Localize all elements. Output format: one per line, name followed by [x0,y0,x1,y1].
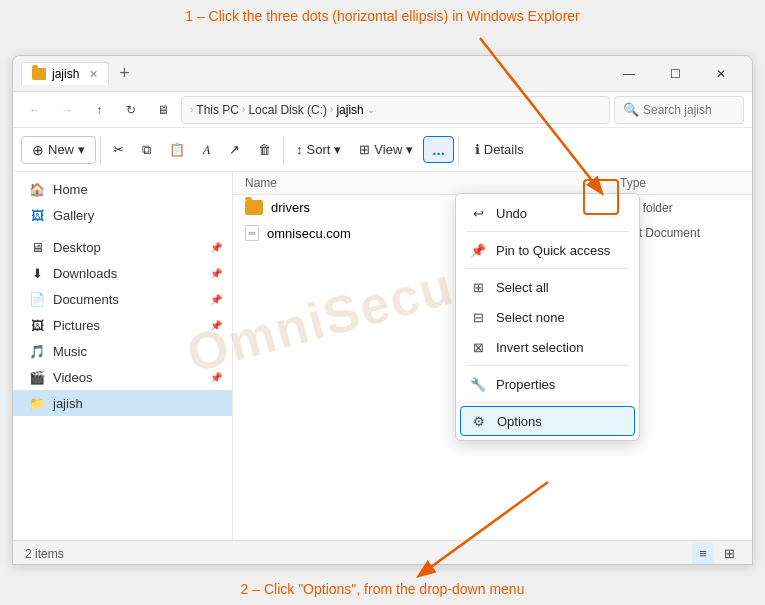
music-icon: 🎵 [29,343,45,359]
rename-button[interactable]: 𝐴 [195,137,219,163]
annotation-bottom: 2 – Click "Options", from the drop-down … [0,581,765,597]
folder-icon [245,200,263,215]
menu-sep-2 [466,268,629,269]
tab-close-button[interactable]: ✕ [89,68,98,81]
sidebar-item-pictures[interactable]: 🖼 Pictures 📌 [13,312,232,338]
tab-jajish[interactable]: jajish ✕ [21,62,109,85]
desktop-icon: 🖥 [29,239,45,255]
minimize-button[interactable]: — [606,58,652,90]
search-input[interactable] [643,103,735,117]
up-button[interactable]: ↑ [85,96,113,124]
menu-item-select-none[interactable]: ⊟ Select none [456,302,639,332]
search-box[interactable]: 🔍 [614,96,744,124]
videos-icon: 🎬 [29,369,45,385]
addressbar: ← → ↑ ↻ 🖥 › This PC › Local Disk (C:) › … [13,92,752,128]
view-icon: ⊞ [359,142,370,157]
view-label: View [374,142,402,157]
sort-button[interactable]: ↕ Sort ▾ [288,137,349,162]
close-button[interactable]: ✕ [698,58,744,90]
breadcrumb-bar[interactable]: › This PC › Local Disk (C:) › jajish ⌄ [181,96,610,124]
bc-sep-2: › [330,104,333,115]
sidebar-videos-label: Videos [53,370,93,385]
documents-icon: 📄 [29,291,45,307]
file-explorer-window: jajish ✕ + — ☐ ✕ ← → ↑ ↻ 🖥 › This PC › L… [12,55,753,565]
new-tab-button[interactable]: + [113,63,136,84]
pin-icon: 📌 [470,242,486,258]
select-none-icon: ⊟ [470,309,486,325]
select-all-icon: ⊞ [470,279,486,295]
grid-view-button[interactable]: ⊞ [718,543,740,565]
sidebar-item-downloads[interactable]: ⬇ Downloads 📌 [13,260,232,286]
invert-label: Invert selection [496,340,583,355]
sidebar-item-documents[interactable]: 📄 Documents 📌 [13,286,232,312]
details-button[interactable]: ℹ Details [467,137,532,162]
delete-button[interactable]: 🗑 [250,137,279,162]
pictures-icon: 🖼 [29,317,45,333]
sidebar-music-label: Music [53,344,87,359]
file-header: Name Type [233,172,752,195]
videos-pin-icon: 📌 [210,372,222,383]
desktop-pin-icon: 📌 [210,242,222,253]
new-dropdown-icon: ▾ [78,142,85,157]
bc-local-disk[interactable]: Local Disk (C:) [248,103,327,117]
jajish-folder-icon: 📁 [29,395,45,411]
sidebar-gallery-label: Gallery [53,208,94,223]
titlebar: jajish ✕ + — ☐ ✕ [13,56,752,92]
share-button[interactable]: ↗ [221,137,248,162]
annotation-top: 1 – Click the three dots (horizontal ell… [0,8,765,24]
view-toggle: ≡ ⊞ [692,543,740,565]
bc-jajish[interactable]: jajish [336,103,363,117]
menu-sep-3 [466,365,629,366]
dropdown-menu: ↩ Undo 📌 Pin to Quick access ⊞ Select al… [455,193,640,441]
sidebar-home-label: Home [53,182,88,197]
col-type: Type [620,176,740,190]
gallery-icon: 🖼 [29,207,45,223]
bc-chevron: › [190,104,193,115]
select-none-label: Select none [496,310,565,325]
cut-button[interactable]: ✂ [105,137,132,162]
documents-pin-icon: 📌 [210,294,222,305]
menu-item-options[interactable]: ⚙ Options [460,406,635,436]
ellipsis-button[interactable]: ... [423,136,454,163]
refresh-button[interactable]: ↻ [117,96,145,124]
menu-item-select-all[interactable]: ⊞ Select all [456,272,639,302]
sidebar-item-music[interactable]: 🎵 Music [13,338,232,364]
cut-icon: ✂ [113,142,124,157]
sidebar-desktop-label: Desktop [53,240,101,255]
delete-icon: 🗑 [258,142,271,157]
sidebar-item-desktop[interactable]: 🖥 Desktop 📌 [13,234,232,260]
tab-folder-icon [32,68,46,80]
toolbar-sep-2 [283,136,284,164]
sidebar-item-home[interactable]: 🏠 Home [13,176,232,202]
sidebar-jajish-label: jajish [53,396,83,411]
view-dropdown-icon: ▾ [406,142,413,157]
sidebar-item-jajish[interactable]: 📁 jajish [13,390,232,416]
forward-button[interactable]: → [53,96,81,124]
txt-icon: txt [245,225,259,241]
toolbar: ⊕ New ▾ ✂ ⧉ 📋 𝐴 ↗ 🗑 ↕ Sort ▾ ⊞ [13,128,752,172]
menu-sep-1 [466,231,629,232]
menu-item-invert[interactable]: ⊠ Invert selection [456,332,639,362]
menu-item-properties[interactable]: 🔧 Properties [456,369,639,399]
list-view-button[interactable]: ≡ [692,543,714,565]
undo-label: Undo [496,206,527,221]
properties-icon: 🔧 [470,376,486,392]
menu-item-pin[interactable]: 📌 Pin to Quick access [456,235,639,265]
options-label: Options [497,414,542,429]
menu-sep-4 [466,402,629,403]
copy-button[interactable]: ⧉ [134,137,159,163]
computer-icon-button[interactable]: 🖥 [149,96,177,124]
view-button[interactable]: ⊞ View ▾ [351,137,421,162]
sidebar-item-gallery[interactable]: 🖼 Gallery [13,202,232,228]
new-button[interactable]: ⊕ New ▾ [21,136,96,164]
sidebar-downloads-label: Downloads [53,266,117,281]
pictures-pin-icon: 📌 [210,320,222,331]
menu-item-undo[interactable]: ↩ Undo [456,198,639,228]
options-icon: ⚙ [471,413,487,429]
sidebar-item-videos[interactable]: 🎬 Videos 📌 [13,364,232,390]
maximize-button[interactable]: ☐ [652,58,698,90]
sidebar-pictures-label: Pictures [53,318,100,333]
paste-button[interactable]: 📋 [161,137,193,162]
back-button[interactable]: ← [21,96,49,124]
bc-this-pc[interactable]: This PC [196,103,239,117]
